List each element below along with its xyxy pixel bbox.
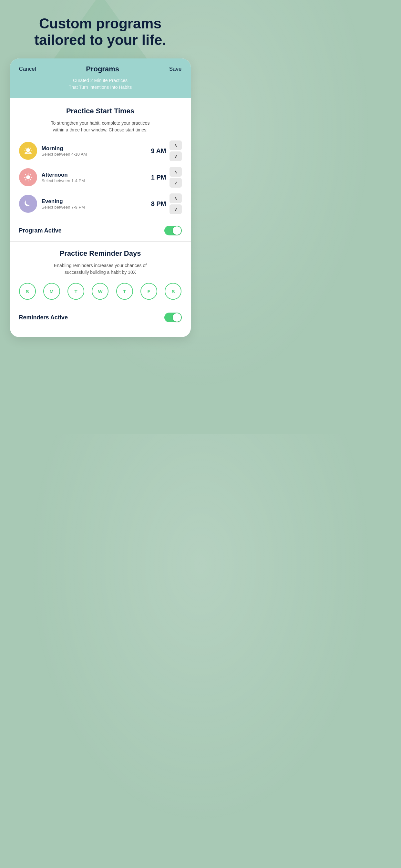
morning-value: 9 AM [151,147,166,155]
svg-line-15 [25,180,26,180]
evening-stepper: ∧ ∨ [169,193,182,214]
reminders-active-label: Reminders Active [19,314,68,321]
header-title: Programs [86,65,119,73]
afternoon-stepper: ∧ ∨ [169,167,182,188]
afternoon-range: Select between 1-4 PM [42,178,151,183]
reminder-days-desc: Enabling reminders increases your chance… [19,262,182,276]
afternoon-icon [19,168,37,186]
reminders-active-toggle[interactable] [164,313,182,322]
day-circles-row: S M T W T F S [19,283,182,300]
program-active-toggle[interactable] [164,226,182,236]
day-sunday[interactable]: S [19,283,36,300]
card-header: Cancel Programs Save Curated 2 Minute Pr… [10,58,191,98]
svg-line-2 [30,148,31,149]
evening-value: 8 PM [151,200,166,208]
morning-icon [19,142,37,160]
svg-line-4 [26,148,26,149]
practice-start-title: Practice Start Times [19,107,182,115]
section-divider [10,241,191,242]
afternoon-info: Afternoon Select between 1-4 PM [42,172,151,183]
afternoon-row: Afternoon Select between 1-4 PM 1 PM ∧ ∨ [19,167,182,188]
evening-up-button[interactable]: ∧ [169,193,182,203]
evening-icon [19,195,37,213]
evening-info: Evening Select between 7-9 PM [42,198,151,210]
afternoon-up-button[interactable]: ∧ [169,167,182,177]
morning-info: Morning Select between 4-10 AM [42,145,151,157]
main-card: Cancel Programs Save Curated 2 Minute Pr… [10,58,191,337]
morning-label: Morning [42,145,151,152]
svg-point-7 [26,175,30,179]
svg-line-12 [25,175,26,175]
reminder-days-title: Practice Reminder Days [19,249,182,258]
day-tuesday[interactable]: T [67,283,84,300]
program-active-label: Program Active [19,227,62,234]
svg-line-13 [30,180,31,180]
day-wednesday[interactable]: W [92,283,109,300]
program-active-knob [173,226,181,235]
morning-up-button[interactable]: ∧ [169,141,182,150]
svg-line-14 [30,175,31,175]
header-subtitle: Curated 2 Minute Practices That Turn Int… [19,77,182,91]
morning-stepper: ∧ ∨ [169,141,182,161]
morning-row: Morning Select between 4-10 AM 9 AM ∧ ∨ [19,141,182,161]
day-friday[interactable]: F [141,283,157,300]
morning-range: Select between 4-10 AM [42,152,151,157]
evening-range: Select between 7-9 PM [42,205,151,210]
afternoon-value: 1 PM [151,174,166,181]
reminders-active-knob [173,313,181,321]
card-body: Practice Start Times To strengthen your … [10,98,191,241]
day-monday[interactable]: M [43,283,60,300]
morning-down-button[interactable]: ∨ [169,151,182,161]
evening-label: Evening [42,198,151,205]
day-saturday[interactable]: S [165,283,181,300]
afternoon-label: Afternoon [42,172,151,178]
evening-down-button[interactable]: ∨ [169,205,182,214]
day-thursday[interactable]: T [116,283,133,300]
cancel-button[interactable]: Cancel [19,66,36,72]
page-title: Custom programs tailored to your life. [21,0,179,58]
svg-point-0 [26,148,30,152]
card-nav: Cancel Programs Save [19,65,182,73]
afternoon-down-button[interactable]: ∨ [169,178,182,188]
reminders-active-row: Reminders Active [19,307,182,328]
practice-start-desc: To strengthen your habit, complete your … [19,120,182,133]
save-button[interactable]: Save [169,66,182,72]
reminder-section: Practice Reminder Days Enabling reminder… [10,249,191,337]
evening-row: Evening Select between 7-9 PM 8 PM ∧ ∨ [19,193,182,214]
program-active-row: Program Active [19,220,182,241]
